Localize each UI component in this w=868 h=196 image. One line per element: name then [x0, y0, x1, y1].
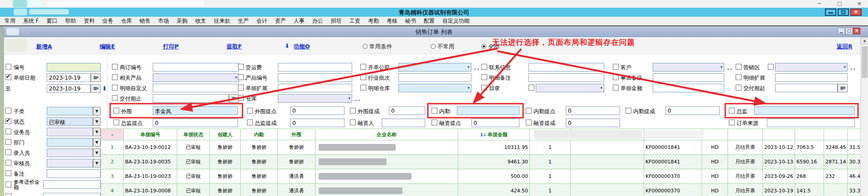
more-dots[interactable]: ..	[355, 96, 361, 102]
director-commission-input[interactable]: 0	[290, 119, 344, 127]
vertical-scrollbar[interactable]: ▲	[860, 37, 868, 196]
checkbox-financing-commission[interactable]	[526, 120, 532, 125]
subtype-select[interactable]	[47, 107, 93, 115]
industry-batch-input[interactable]	[398, 73, 471, 82]
menu-item[interactable]: 资料	[84, 17, 95, 25]
checkbox-detail-remark[interactable]	[481, 74, 487, 80]
director-input[interactable]	[754, 106, 855, 115]
desktop-close-button[interactable]: ×	[853, 0, 866, 7]
scroll-up-button[interactable]: ▲	[861, 37, 868, 44]
menu-item[interactable]: 收支	[195, 17, 206, 25]
checkbox-detail-warehouse[interactable]	[360, 85, 366, 91]
dropdown-button[interactable]: ▼	[93, 128, 101, 136]
checkbox-doc-extend[interactable]	[238, 85, 244, 91]
financing-commission-input[interactable]: 0	[566, 119, 620, 127]
edit-button[interactable]: 编辑E	[100, 43, 115, 51]
menu-item[interactable]: 采购	[177, 17, 188, 25]
desktop-maximize-button[interactable]: □	[833, 0, 846, 7]
checkbox-financing-point[interactable]	[432, 120, 437, 125]
expand-arrow-icon[interactable]: ⬇	[102, 85, 107, 92]
catalog-select[interactable]	[536, 84, 604, 92]
checkbox-delivery-from[interactable]	[736, 85, 742, 91]
menu-item[interactable]: 生产	[238, 17, 249, 25]
print-button[interactable]: 打印P	[163, 43, 179, 51]
dropdown-button[interactable]: ▼	[93, 138, 101, 147]
menu-item[interactable]: 办公	[312, 17, 323, 25]
checkbox-doc-amount[interactable]	[613, 85, 619, 91]
menu-item[interactable]: 人事	[294, 17, 305, 25]
remark-input[interactable]	[47, 169, 101, 178]
new-button[interactable]: 新增A	[36, 43, 52, 51]
delivery-to-input[interactable]	[153, 94, 229, 103]
checkbox-catalog-extra[interactable]	[529, 85, 534, 91]
more-dots[interactable]: ..	[850, 65, 856, 71]
menu-item[interactable]: 考核	[387, 17, 398, 25]
checkbox-partial[interactable]	[5, 193, 11, 196]
function-button[interactable]: 功能O	[294, 43, 310, 51]
column-header[interactable]: 单据编号	[124, 129, 177, 140]
auditor-select[interactable]	[47, 159, 93, 167]
number-input[interactable]	[47, 63, 101, 72]
checkbox-warehouse[interactable]	[238, 95, 244, 101]
column-header[interactable]	[824, 129, 848, 140]
status-select[interactable]: 已审核	[47, 117, 93, 126]
window-minimize-button[interactable]: ▁	[838, 28, 845, 34]
delivery-from-input[interactable]	[775, 84, 838, 92]
checkbox-inner-commission[interactable]	[626, 108, 631, 114]
table-row[interactable]: 3BA-23-10-19-0023已审核鲁娇娇鲁娇娇潘洪勇500.001KF00…	[101, 169, 865, 184]
checkbox-post-remark[interactable]	[613, 74, 619, 80]
dropdown-button[interactable]: ▼	[93, 159, 101, 167]
checkbox-salesman[interactable]	[5, 129, 11, 134]
menu-item[interactable]: 配置	[424, 17, 435, 25]
column-header[interactable]: 内勤	[241, 129, 278, 140]
inner-commission-input[interactable]: 0	[665, 106, 720, 115]
calendar-button[interactable]: ▦▾	[91, 73, 101, 82]
back-button[interactable]: 返回R	[837, 43, 853, 51]
column-header[interactable]	[763, 129, 795, 140]
checkbox-auditor[interactable]	[5, 160, 11, 166]
outer-input[interactable]: 李金凤	[153, 106, 238, 115]
detail-remark-input[interactable]	[529, 73, 604, 82]
checkbox-detail-extend[interactable]	[736, 74, 742, 80]
more-dots[interactable]: ..	[474, 65, 480, 71]
checkbox-sales-region[interactable]	[736, 64, 742, 70]
checkbox-director-point[interactable]	[113, 120, 119, 125]
doc-amount-input[interactable]	[653, 84, 724, 92]
column-header[interactable]	[728, 129, 763, 140]
menu-item[interactable]: 系统 F	[23, 17, 39, 25]
window-maximize-button[interactable]: □	[845, 28, 853, 34]
billing-company-select[interactable]	[398, 63, 471, 72]
checkbox-outer[interactable]	[113, 108, 119, 114]
detail-warehouse-select[interactable]	[398, 84, 471, 92]
checkbox-director[interactable]	[729, 108, 735, 114]
column-header[interactable]: 创建人	[210, 129, 241, 140]
customer-select[interactable]	[653, 63, 724, 72]
detail-custom-input[interactable]	[153, 84, 239, 92]
sales-region-select[interactable]	[775, 63, 848, 72]
checkbox-number[interactable]	[5, 64, 11, 70]
inner-input[interactable]	[457, 106, 519, 115]
menu-item[interactable]: 招培	[331, 17, 342, 25]
checkbox-remark[interactable]	[5, 170, 11, 176]
related-product-select[interactable]	[153, 73, 239, 82]
department-select[interactable]	[47, 138, 93, 147]
calendar-button[interactable]: ▦▾	[91, 84, 101, 93]
column-header[interactable]: -	[101, 129, 124, 140]
checkbox-billing-company[interactable]	[360, 64, 366, 70]
checkbox-trade-no[interactable]	[112, 64, 118, 70]
order-source-input[interactable]	[767, 119, 855, 127]
scrollbar-thumb[interactable]	[862, 46, 868, 78]
table-row[interactable]: 1BA-23-10-19-0012已审核鲁娇娇鲁娇娇鲁娇娇10311.951KF…	[101, 140, 865, 155]
product-no-input[interactable]	[278, 73, 352, 82]
contact-info-input[interactable]	[529, 63, 604, 72]
doc-extend-input[interactable]	[278, 84, 352, 92]
column-header[interactable]	[702, 129, 728, 140]
more-dots[interactable]: ..	[727, 65, 733, 71]
financier-input[interactable]	[382, 119, 425, 127]
financing-point-input[interactable]: 0	[471, 119, 519, 127]
menu-item[interactable]: 仓库	[121, 17, 132, 25]
checkbox-subtype[interactable]	[5, 108, 11, 114]
calendar-button[interactable]: ▦▾	[229, 94, 239, 103]
radio-uncommon[interactable]: 不常用	[431, 43, 455, 51]
menu-item[interactable]: 秘书	[405, 17, 416, 25]
